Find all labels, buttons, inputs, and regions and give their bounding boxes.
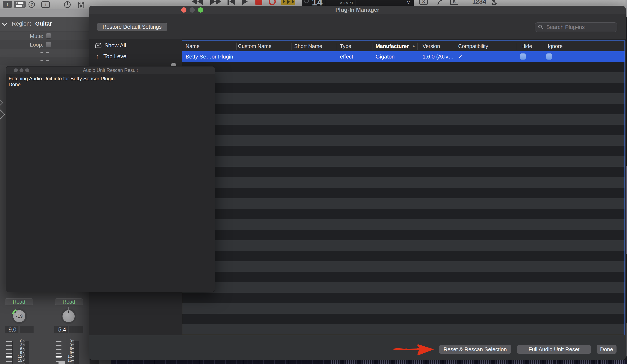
table-row-empty[interactable]: [182, 251, 625, 261]
table-row-empty[interactable]: [182, 261, 625, 272]
stop-icon[interactable]: [256, 0, 262, 5]
meter-track: [74, 341, 79, 364]
quick-help-toggle-icon[interactable]: [14, 1, 26, 8]
column-header-name[interactable]: Name: [186, 41, 200, 51]
fader-ruler: [56, 341, 61, 364]
loop-checkbox[interactable]: [46, 42, 51, 47]
mute-checkbox[interactable]: [46, 33, 51, 39]
sidebar-item-label: Top Level: [104, 53, 128, 60]
full-audio-unit-reset-button[interactable]: Full Audio Unit Reset: [517, 345, 591, 354]
pan-knob[interactable]: [61, 309, 76, 324]
hide-checkbox[interactable]: [520, 53, 526, 59]
waveform-region-edge: [626, 166, 627, 254]
table-row-empty[interactable]: [182, 282, 625, 293]
automation-read-button[interactable]: Read: [5, 298, 33, 305]
fader-slot[interactable]: [62, 341, 62, 364]
table-row-empty[interactable]: [182, 72, 625, 83]
cell-version: 1.6.0 (AUv…: [422, 51, 454, 62]
reset-rescan-selection-button[interactable]: Reset & Rescan Selection: [439, 345, 511, 354]
column-header-compatibility[interactable]: Compatibility: [458, 41, 488, 51]
lcd-chevron-down-icon[interactable]: ∨: [407, 0, 410, 5]
search-field[interactable]: [535, 22, 617, 32]
loop-label: Loop:: [0, 42, 43, 48]
table-row-empty[interactable]: [182, 146, 625, 156]
restore-default-settings-button[interactable]: Restore Default Settings: [97, 23, 167, 31]
table-row-empty[interactable]: [182, 167, 625, 177]
mixer-icon[interactable]: [77, 1, 85, 8]
download-icon[interactable]: ↓: [41, 1, 50, 8]
volume-value[interactable]: -9.0: [5, 326, 18, 333]
pencil-tool-icon[interactable]: [437, 0, 445, 5]
forward-icon: [216, 0, 221, 5]
table-row-empty[interactable]: [182, 198, 625, 209]
region-header[interactable]: Region: Guitar: [0, 17, 90, 31]
count-in-icon[interactable]: 1234: [472, 0, 486, 5]
table-row-empty[interactable]: [182, 303, 625, 314]
table-row-empty[interactable]: [182, 188, 625, 198]
table-row-empty[interactable]: [182, 209, 625, 219]
cycle-icon[interactable]: [281, 0, 295, 5]
clear-tool-icon[interactable]: ✕: [419, 0, 428, 5]
table-row-empty[interactable]: [182, 83, 625, 93]
table-row-empty[interactable]: [182, 177, 625, 188]
tuner-icon[interactable]: [64, 1, 71, 8]
ignore-checkbox[interactable]: [546, 53, 552, 59]
table-row-empty[interactable]: [182, 230, 625, 240]
table-row-empty[interactable]: [182, 324, 625, 335]
fader-slot[interactable]: [12, 341, 13, 364]
sidebar-item-show-all[interactable]: Show All: [89, 40, 182, 51]
sidebar-item-label: Show All: [104, 42, 126, 49]
column-header-short-name[interactable]: Short Name: [294, 41, 322, 51]
lcd-display[interactable]: 14 ADAPT ∨: [302, 0, 414, 6]
table-row-selected[interactable]: Betty Se…or Plugin effect Gigaton 1.6.0 …: [182, 51, 625, 62]
solo-tool-icon[interactable]: S: [450, 0, 458, 5]
rescan-titlebar[interactable]: Audio Unit Rescan Result: [6, 66, 215, 74]
table-row-empty[interactable]: [182, 156, 625, 167]
column-header-hide[interactable]: Hide: [521, 41, 532, 51]
forward-icon[interactable]: [210, 0, 216, 5]
table-row-empty[interactable]: [182, 272, 625, 282]
done-button[interactable]: Done: [597, 345, 617, 354]
chevron-down-icon[interactable]: [2, 21, 7, 26]
help-icon[interactable]: ?: [29, 1, 35, 8]
rewind-icon[interactable]: [192, 0, 197, 5]
column-header-custom-name[interactable]: Custom Name: [238, 41, 271, 51]
placeholder-dash: [46, 60, 49, 61]
play-icon[interactable]: [242, 0, 248, 5]
table-row-empty[interactable]: [182, 314, 625, 324]
table-row-empty[interactable]: [182, 93, 625, 104]
go-to-beginning-icon[interactable]: [227, 0, 229, 5]
table-row-empty[interactable]: [182, 219, 625, 230]
placeholder-dash: [41, 60, 43, 61]
pan-knob[interactable]: -19: [11, 309, 27, 324]
table-row-empty[interactable]: [182, 293, 625, 303]
value-box-empty[interactable]: [20, 326, 34, 333]
automation-read-button[interactable]: Read: [55, 298, 83, 305]
sidebar-item-top-level[interactable]: ↑ Top Level: [89, 51, 182, 62]
sort-ascending-icon[interactable]: ∧: [413, 41, 415, 51]
db-scale: 03691215: [14, 339, 22, 362]
column-header-type[interactable]: Type: [340, 41, 351, 51]
table-row-empty[interactable]: [182, 114, 625, 125]
table-row-empty[interactable]: [182, 62, 625, 72]
disclosure-arrow-icon[interactable]: [0, 99, 3, 106]
metronome-off-icon[interactable]: [491, 0, 498, 5]
arrow-up-icon: ↑: [96, 53, 99, 60]
window-titlebar[interactable]: Plug-In Manager: [89, 6, 626, 14]
column-header-version[interactable]: Version: [422, 41, 440, 51]
rescan-log-line: Done: [9, 82, 210, 87]
disclosure-arrow-icon[interactable]: [0, 109, 5, 120]
table-row-empty[interactable]: [182, 240, 625, 251]
volume-value[interactable]: -5.4: [54, 326, 68, 333]
value-box-empty[interactable]: [69, 326, 83, 333]
background-window-edge: [626, 323, 627, 357]
column-header-manufacturer[interactable]: Manufacturer: [375, 41, 409, 51]
column-header-ignore[interactable]: Ignore: [548, 41, 563, 51]
db-scale-number: 3: [16, 343, 22, 347]
record-icon[interactable]: [269, 0, 276, 5]
table-row-empty[interactable]: [182, 104, 625, 114]
table-row-empty[interactable]: [182, 135, 625, 146]
library-icon[interactable]: ♪: [3, 1, 12, 8]
search-input[interactable]: [546, 23, 615, 31]
table-row-empty[interactable]: [182, 125, 625, 135]
